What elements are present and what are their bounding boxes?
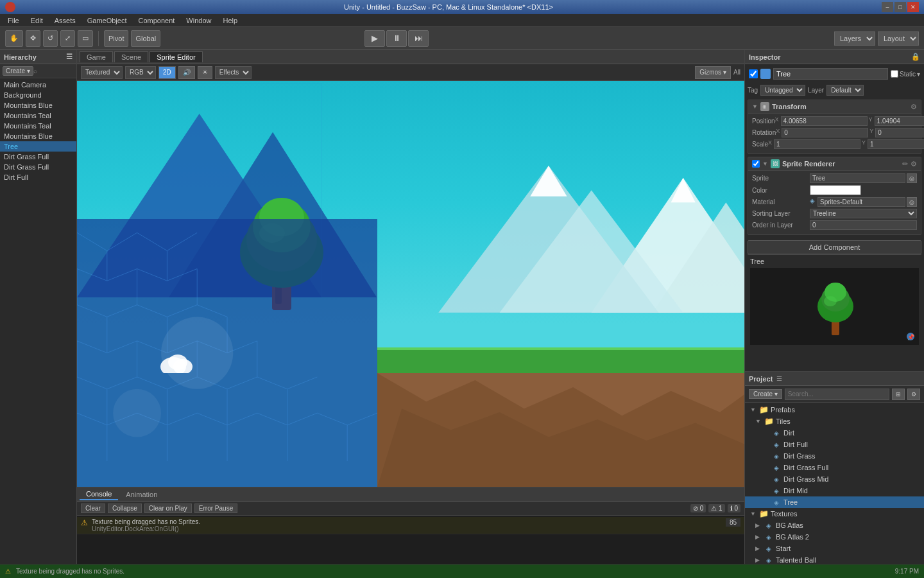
- preview-pin-icon[interactable]: 📌: [906, 332, 915, 342]
- sprite-renderer-settings-icon[interactable]: ⚙: [911, 160, 917, 168]
- hierarchy-menu-icon[interactable]: ☰: [66, 53, 73, 61]
- proj-start[interactable]: ▶ ◈ Start: [745, 543, 924, 554]
- lighting-toggle-button[interactable]: ☀: [198, 66, 212, 79]
- minimize-button[interactable]: –: [882, 2, 893, 12]
- move-tool-button[interactable]: ✥: [26, 30, 40, 47]
- hier-dirt-grass-full-1[interactable]: Dirt Grass Full: [0, 152, 76, 162]
- menu-component[interactable]: Component: [133, 15, 180, 26]
- tab-game[interactable]: Game: [80, 51, 113, 62]
- proj-talented-ball[interactable]: ▶ ◈ Talented Ball: [745, 554, 924, 564]
- sprite-renderer-edit-icon[interactable]: ✏: [902, 160, 908, 168]
- menu-help[interactable]: Help: [218, 15, 243, 26]
- tab-sprite-editor[interactable]: Sprite Editor: [150, 51, 203, 62]
- proj-tree[interactable]: ◈ Tree: [745, 496, 924, 508]
- hier-tree[interactable]: Tree: [0, 141, 76, 152]
- tab-scene[interactable]: Scene: [114, 51, 148, 62]
- proj-dirt-grass-mid[interactable]: ◈ Dirt Grass Mid: [745, 473, 924, 485]
- inspector-lock-icon[interactable]: 🔒: [911, 53, 920, 61]
- hier-dirt-grass-full-2[interactable]: Dirt Grass Full: [0, 162, 76, 172]
- proj-dirt-full[interactable]: ◈ Dirt Full: [745, 439, 924, 450]
- layout-select[interactable]: Layout: [878, 31, 919, 46]
- global-button[interactable]: Global: [131, 30, 160, 47]
- sprite-input[interactable]: [810, 173, 905, 183]
- pos-y-input[interactable]: [875, 116, 924, 126]
- hier-mountains-blue-2[interactable]: Mountains Blue: [0, 131, 76, 141]
- rot-y-input[interactable]: [875, 128, 924, 137]
- scale-y-input[interactable]: [868, 139, 924, 149]
- menu-assets[interactable]: Assets: [49, 15, 81, 26]
- hand-tool-button[interactable]: ✋: [5, 30, 23, 47]
- proj-dirt[interactable]: ◈ Dirt: [745, 427, 924, 439]
- rect-tool-button[interactable]: ▭: [78, 30, 93, 47]
- rotate-tool-button[interactable]: ↺: [43, 30, 58, 47]
- tab-animation[interactable]: Animation: [119, 489, 164, 500]
- error-pause-button[interactable]: Error Pause: [194, 504, 237, 513]
- project-menu-icon[interactable]: ☰: [776, 375, 782, 382]
- msg-main-1: Texture being dragged has no Sprites.: [92, 518, 200, 525]
- menu-edit[interactable]: Edit: [26, 15, 48, 26]
- effects-select[interactable]: Effects: [215, 66, 252, 79]
- console-msg-1[interactable]: ⚠ Texture being dragged has no Sprites. …: [77, 517, 744, 534]
- sprite-picker-button[interactable]: ◎: [907, 173, 917, 183]
- order-input[interactable]: [810, 220, 917, 230]
- hier-background[interactable]: Background: [0, 90, 76, 100]
- sorting-layer-select[interactable]: Treeline: [810, 209, 917, 218]
- tab-console[interactable]: Console: [80, 489, 118, 500]
- scale-tool-button[interactable]: ⤢: [60, 30, 75, 47]
- obj-name-input[interactable]: [773, 68, 888, 80]
- obj-active-checkbox[interactable]: [749, 69, 758, 78]
- project-create-button[interactable]: Create ▾: [749, 389, 782, 399]
- proj-textures-folder[interactable]: ▼ 📁 Textures: [745, 508, 924, 520]
- transform-settings-icon[interactable]: ⚙: [911, 103, 917, 111]
- rot-x-input[interactable]: [782, 128, 868, 137]
- project-view-toggle[interactable]: ⊞: [892, 389, 905, 400]
- proj-prefabs-folder[interactable]: ▼ 📁 Prefabs: [745, 404, 924, 416]
- pivot-button[interactable]: Pivot: [104, 30, 128, 47]
- static-dropdown-arrow[interactable]: ▾: [917, 71, 920, 78]
- proj-dirt-grass-full[interactable]: ◈ Dirt Grass Full: [745, 462, 924, 473]
- render-mode-select[interactable]: Textured: [81, 66, 123, 79]
- proj-dirt-mid[interactable]: ◈ Dirt Mid: [745, 485, 924, 496]
- menu-file[interactable]: File: [3, 15, 24, 26]
- hier-mountains-teal-2[interactable]: Mountains Teal: [0, 121, 76, 131]
- scene-canvas[interactable]: [77, 81, 744, 487]
- project-settings-button[interactable]: ⚙: [907, 389, 920, 400]
- collapse-button[interactable]: Collapse: [108, 504, 142, 513]
- sprite-renderer-header[interactable]: ▼ 🖼 Sprite Renderer ✏ ⚙: [748, 157, 921, 171]
- pause-button[interactable]: ⏸: [386, 30, 407, 47]
- layer-select[interactable]: Default: [826, 85, 864, 96]
- color-swatch[interactable]: [810, 185, 861, 195]
- menu-gameobject[interactable]: GameObject: [82, 15, 132, 26]
- close-button[interactable]: ✕: [907, 2, 919, 12]
- transform-header[interactable]: ▼ ⊕ Transform ⚙: [748, 100, 921, 114]
- hier-mountains-blue-1[interactable]: Mountains Blue: [0, 100, 76, 110]
- color-mode-select[interactable]: RGB: [125, 66, 156, 79]
- menu-window[interactable]: Window: [181, 15, 216, 26]
- 2d-toggle-button[interactable]: 2D: [158, 66, 176, 79]
- add-component-button[interactable]: Add Component: [748, 240, 921, 254]
- pos-x-input[interactable]: [781, 116, 868, 126]
- sprite-renderer-enabled[interactable]: [752, 160, 760, 168]
- gizmos-button[interactable]: Gizmos ▾: [695, 66, 731, 79]
- proj-bg-atlas[interactable]: ▶ ◈ BG Atlas: [745, 520, 924, 531]
- hier-main-camera[interactable]: Main Camera: [0, 80, 76, 90]
- clear-on-play-button[interactable]: Clear on Play: [144, 504, 192, 513]
- scale-x-input[interactable]: [774, 139, 860, 149]
- layers-select[interactable]: Layers: [834, 31, 875, 46]
- tag-select[interactable]: Untagged: [760, 85, 805, 96]
- project-search-input[interactable]: [785, 389, 889, 400]
- proj-tiles-folder[interactable]: ▼ 📁 Tiles: [745, 416, 924, 427]
- clear-button[interactable]: Clear: [81, 504, 105, 513]
- material-picker-button[interactable]: ◎: [907, 197, 917, 207]
- hier-dirt-full[interactable]: Dirt Full: [0, 172, 76, 182]
- proj-bg-atlas-2[interactable]: ▶ ◈ BG Atlas 2: [745, 531, 924, 543]
- material-input[interactable]: [817, 197, 905, 207]
- static-checkbox[interactable]: [891, 70, 898, 78]
- audio-toggle-button[interactable]: 🔊: [178, 66, 195, 79]
- play-button[interactable]: ▶: [364, 30, 385, 47]
- step-button[interactable]: ⏭: [408, 30, 429, 47]
- proj-dirt-grass[interactable]: ◈ Dirt Grass: [745, 450, 924, 462]
- hierarchy-create-button[interactable]: Create ▾: [3, 66, 33, 76]
- maximize-button[interactable]: □: [894, 2, 906, 12]
- hier-mountains-teal-1[interactable]: Mountains Teal: [0, 110, 76, 121]
